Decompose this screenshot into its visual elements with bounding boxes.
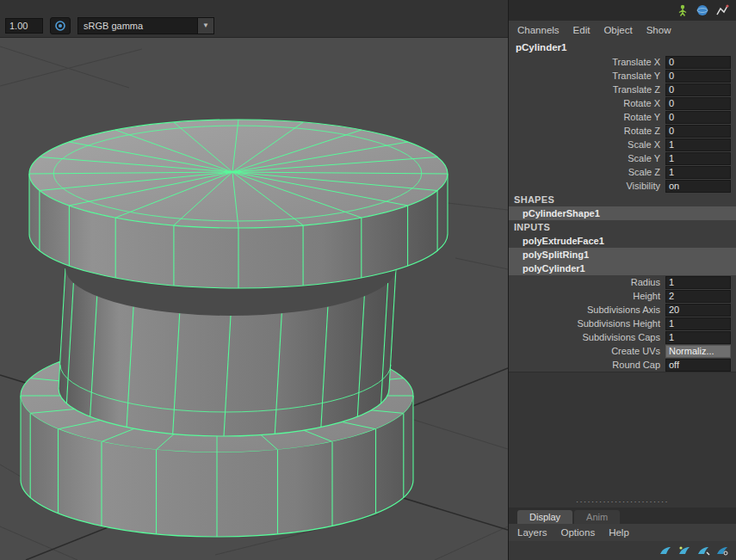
scale-y-field[interactable]: 1 (665, 152, 731, 165)
selected-mesh-pcylinder1[interactable] (21, 120, 448, 537)
menu-object[interactable]: Object (603, 25, 632, 35)
tab-anim[interactable]: Anim (574, 510, 620, 524)
rig-icon[interactable] (676, 3, 690, 17)
shapes-section-header: SHAPES (509, 193, 736, 206)
menu-channels[interactable]: Channels (517, 25, 560, 35)
channel-label[interactable]: Create UVs (611, 346, 660, 356)
channel-label[interactable]: Rotate Z (624, 126, 660, 136)
exposure-input[interactable]: 1.00 (5, 18, 43, 34)
channel-row-subdivisions-caps[interactable]: Subdivisions Caps 1 (509, 330, 736, 344)
input-node-polycylinder1[interactable]: polyCylinder1 (509, 262, 736, 275)
panel-tabbar: Display Anim (509, 508, 736, 524)
panel-splitter-handle[interactable]: ························ (509, 497, 736, 508)
menu-show[interactable]: Show (646, 25, 671, 35)
channel-label[interactable]: Translate Z (613, 84, 660, 95)
channel-row-rotate-z[interactable]: Rotate Z 0 (509, 124, 736, 138)
menu-layers[interactable]: Layers (517, 527, 547, 538)
layer-action-icon-1[interactable] (659, 545, 672, 557)
chevron-down-icon[interactable]: ▼ (197, 18, 213, 34)
layer-editor-menubar: Layers Options Help (509, 524, 736, 541)
maya-window: 1.00 sRGB gamma ▼ (0, 0, 736, 560)
channel-row-rotate-y[interactable]: Rotate Y 0 (509, 110, 736, 124)
channel-row-subdivisions-height[interactable]: Subdivisions Height 1 (509, 317, 736, 330)
channel-label[interactable]: Visibility (626, 181, 660, 191)
graph-icon[interactable] (715, 3, 729, 17)
camera-sphere-icon[interactable] (696, 3, 709, 17)
channel-row-visibility[interactable]: Visibility on (509, 179, 736, 193)
channel-row-translate-z[interactable]: Translate Z 0 (509, 83, 736, 96)
node-name-pcylinder1[interactable]: pCylinder1 (509, 40, 736, 55)
panel-top-strip (509, 0, 736, 21)
channel-row-height[interactable]: Height 2 (509, 289, 736, 303)
channel-label[interactable]: Height (633, 291, 660, 301)
channel-box-menubar: Channels Edit Object Show (509, 21, 736, 40)
channel-row-scale-x[interactable]: Scale X 1 (509, 138, 736, 151)
translate-y-field[interactable]: 0 (665, 70, 731, 83)
subdivisions-caps-field[interactable]: 1 (665, 331, 731, 344)
input-node-polyextrudeface1[interactable]: polyExtrudeFace1 (509, 234, 736, 248)
height-field[interactable]: 2 (665, 290, 731, 303)
channel-row-scale-y[interactable]: Scale Y 1 (509, 151, 736, 165)
channel-row-subdivisions-axis[interactable]: Subdivisions Axis 20 (509, 303, 736, 317)
input-node-polysplitring1[interactable]: polySplitRing1 (509, 248, 736, 262)
scale-x-field[interactable]: 1 (665, 138, 731, 151)
channel-label[interactable]: Rotate Y (623, 112, 660, 122)
color-management-toggle[interactable] (50, 17, 71, 34)
rotate-z-field[interactable]: 0 (665, 125, 731, 138)
layer-action-icon-2[interactable] (677, 545, 691, 557)
translate-x-field[interactable]: 0 (665, 56, 731, 69)
menu-options[interactable]: Options (561, 527, 596, 538)
shape-node-pcylindershape1[interactable]: pCylinderShape1 (509, 206, 736, 220)
channel-label[interactable]: Rotate X (623, 98, 660, 108)
channel-row-translate-x[interactable]: Translate X 0 (509, 55, 736, 69)
subdivisions-height-field[interactable]: 1 (665, 317, 731, 330)
channel-row-scale-z[interactable]: Scale Z 1 (509, 165, 736, 179)
channel-row-rotate-x[interactable]: Rotate X 0 (509, 96, 736, 110)
rotate-x-field[interactable]: 0 (665, 97, 731, 110)
channel-label[interactable]: Translate Y (612, 71, 660, 81)
inputs-section-header: INPUTS (509, 220, 736, 234)
viewport-3d[interactable] (0, 0, 508, 560)
channel-row-round-cap[interactable]: Round Cap off (509, 358, 736, 372)
tab-display[interactable]: Display (517, 510, 572, 524)
channel-box-panel: Channels Edit Object Show pCylinder1 Tra… (508, 0, 736, 560)
channel-label[interactable]: Subdivisions Axis (587, 305, 660, 315)
channel-label[interactable]: Round Cap (612, 360, 660, 370)
channel-box-empty-area (509, 372, 736, 497)
color-management-icon (54, 20, 66, 32)
channel-label[interactable]: Subdivisions Caps (583, 332, 661, 342)
create-uvs-dropdown[interactable]: Normaliz... (665, 345, 731, 358)
layer-action-icon-4[interactable] (715, 545, 729, 557)
channel-label[interactable]: Scale Y (628, 153, 660, 163)
layer-action-icon-3[interactable] (696, 545, 710, 557)
channel-row-create-uvs[interactable]: Create UVs Normaliz... (509, 344, 736, 358)
scale-z-field[interactable]: 1 (665, 166, 731, 179)
radius-field[interactable]: 1 (665, 276, 731, 289)
channel-label[interactable]: Radius (631, 277, 660, 287)
rotate-y-field[interactable]: 0 (665, 111, 731, 124)
translate-z-field[interactable]: 0 (665, 83, 731, 96)
channel-row-radius[interactable]: Radius 1 (509, 275, 736, 289)
channel-row-translate-y[interactable]: Translate Y 0 (509, 69, 736, 83)
viewport-toolbar: 1.00 sRGB gamma ▼ (0, 0, 508, 38)
menu-help[interactable]: Help (609, 527, 629, 538)
gamma-dropdown[interactable]: sRGB gamma ▼ (77, 17, 214, 34)
subdivisions-axis-field[interactable]: 20 (665, 304, 731, 317)
channel-label[interactable]: Subdivisions Height (577, 318, 660, 329)
gamma-selected-value: sRGB gamma (78, 18, 197, 34)
channel-label[interactable]: Scale Z (628, 167, 660, 177)
visibility-field[interactable]: on (665, 180, 731, 193)
layer-editor-toolbar (509, 541, 736, 560)
channel-label[interactable]: Scale X (628, 139, 660, 150)
round-cap-field[interactable]: off (665, 359, 731, 372)
menu-edit[interactable]: Edit (573, 25, 591, 35)
channel-label[interactable]: Translate X (612, 57, 660, 67)
